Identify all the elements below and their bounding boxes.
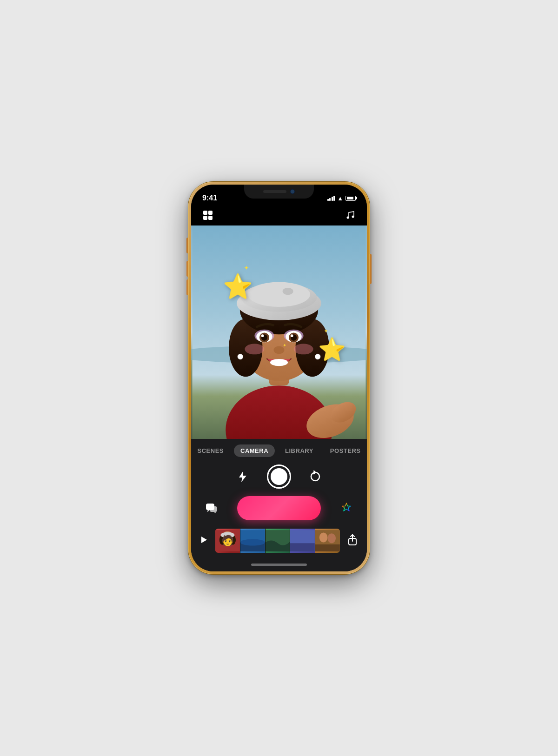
battery-icon (345, 196, 356, 201)
sparkle-bottomleft: ✦ (283, 343, 286, 348)
svg-point-4 (347, 217, 349, 219)
signal-bar-3 (332, 197, 333, 201)
svg-rect-2 (203, 216, 207, 220)
bottom-controls: SCENES CAMERA LIBRARY POSTERS (191, 439, 367, 571)
tab-camera[interactable]: CAMERA (234, 444, 275, 457)
camera-viewfinder: ⭐ ⭐ ✦ ✦ ✦ ✦ ✦ (191, 225, 367, 439)
shutter-button[interactable] (267, 464, 291, 489)
flip-camera-button[interactable] (306, 467, 325, 486)
camera-controls-row (191, 461, 367, 493)
sparkle-extra2: ✦ (332, 349, 335, 353)
phone-device: 9:41 ▲ (188, 182, 370, 574)
status-time: 9:41 (202, 194, 217, 202)
svg-point-54 (328, 533, 336, 543)
sparkle-topleft: ✦ (244, 264, 249, 272)
svg-point-31 (270, 359, 288, 366)
film-clip-3[interactable] (266, 529, 290, 553)
speaker (263, 190, 286, 193)
film-clip-1[interactable] (215, 529, 240, 553)
film-clip-2[interactable] (240, 529, 265, 553)
app-topbar (191, 205, 367, 225)
svg-point-30 (294, 344, 313, 354)
film-clip-4[interactable] (290, 529, 315, 553)
svg-rect-37 (210, 506, 217, 512)
signal-bar-1 (327, 199, 329, 201)
timeline-row (191, 526, 367, 557)
tab-posters[interactable]: POSTERS (324, 444, 367, 457)
svg-rect-51 (290, 543, 315, 551)
front-camera (290, 189, 295, 194)
shutter-inner (271, 468, 287, 485)
signal-bars (327, 196, 335, 201)
svg-point-41 (230, 535, 236, 545)
record-button[interactable] (237, 496, 321, 520)
svg-rect-0 (203, 211, 207, 215)
svg-point-43 (220, 532, 234, 538)
play-button[interactable] (197, 534, 212, 548)
music-button[interactable] (343, 208, 358, 223)
chat-bubbles-button[interactable] (202, 499, 221, 517)
tab-library[interactable]: LIBRARY (279, 444, 320, 457)
svg-point-32 (238, 354, 243, 359)
svg-point-40 (219, 535, 225, 545)
tab-scenes[interactable]: SCENES (191, 444, 230, 457)
svg-point-17 (283, 288, 293, 295)
status-icons: ▲ (327, 195, 356, 202)
record-row (191, 493, 367, 526)
notch (244, 185, 314, 199)
svg-point-29 (245, 344, 264, 354)
svg-point-53 (319, 532, 328, 542)
svg-point-16 (248, 282, 310, 307)
media-button[interactable] (200, 208, 215, 223)
svg-point-5 (352, 216, 354, 218)
svg-point-27 (291, 334, 293, 337)
svg-rect-3 (208, 216, 213, 220)
signal-bar-4 (333, 196, 335, 201)
tab-bar: SCENES CAMERA LIBRARY POSTERS (191, 439, 367, 461)
filmstrip[interactable] (215, 529, 340, 553)
flash-button[interactable] (233, 467, 252, 486)
signal-bar-2 (329, 198, 331, 201)
svg-point-48 (240, 539, 265, 545)
film-clip-5[interactable] (315, 529, 340, 553)
svg-rect-55 (315, 544, 340, 551)
battery-fill (347, 197, 353, 199)
share-button[interactable] (344, 532, 361, 550)
wifi-icon: ▲ (337, 195, 343, 202)
home-bar (251, 564, 307, 566)
sparkle-topright: ✦ (324, 328, 328, 334)
memoji-display (191, 225, 367, 439)
svg-point-26 (261, 334, 264, 337)
svg-point-44 (224, 537, 227, 541)
svg-point-45 (228, 537, 231, 541)
star-left: ⭐ (223, 272, 253, 301)
home-indicator (191, 557, 367, 571)
phone-screen: 9:41 ▲ (191, 185, 367, 571)
sparkle-extra: ✦ (230, 281, 233, 285)
svg-rect-1 (208, 211, 213, 215)
effects-button[interactable] (337, 499, 356, 517)
